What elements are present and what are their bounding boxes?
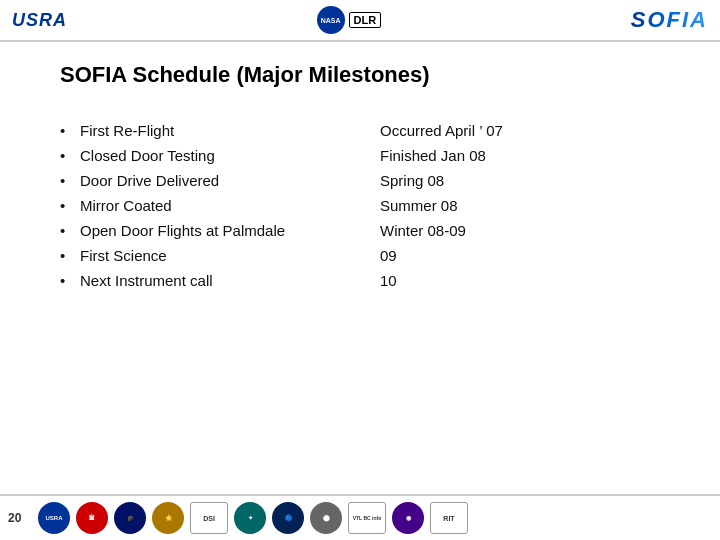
usra-logo: USRA — [12, 10, 67, 31]
milestone-date-4: Winter 08-09 — [380, 218, 660, 243]
milestone-label-1: Closed Door Testing — [80, 143, 380, 168]
footer-logo-8: ⬤ — [310, 502, 342, 534]
footer-logo-6: ✦ — [234, 502, 266, 534]
bullet-2: • — [60, 168, 80, 193]
milestone-row: • Open Door Flights at Palmdale Winter 0… — [60, 218, 660, 243]
footer: 20 USRA 🏛 🎓 ⭐ DSI ✦ 🔵 ⬤ VTL BC info ◉ RI… — [0, 494, 720, 540]
header-right-logos: SOFIA — [631, 7, 708, 33]
milestone-label-5: First Science — [80, 243, 380, 268]
footer-logo-4: ⭐ — [152, 502, 184, 534]
milestone-date-0: Occurred April ’ 07 — [380, 118, 660, 143]
nasa-logo: NASA — [317, 6, 345, 34]
milestone-row: • Mirror Coated Summer 08 — [60, 193, 660, 218]
footer-logo-3: 🎓 — [114, 502, 146, 534]
slide-title: SOFIA Schedule (Major Milestones) — [60, 62, 660, 88]
header: USRA NASA DLR SOFIA — [0, 0, 720, 42]
dlr-logo: DLR — [349, 12, 382, 28]
milestone-row: • First Re-Flight Occurred April ’ 07 — [60, 118, 660, 143]
bullet-3: • — [60, 193, 80, 218]
footer-logo-rit: RIT — [430, 502, 468, 534]
milestone-date-2: Spring 08 — [380, 168, 660, 193]
header-center-logos: NASA DLR — [317, 6, 382, 34]
milestone-row: • Closed Door Testing Finished Jan 08 — [60, 143, 660, 168]
footer-logo-vtlb: VTL BC info — [348, 502, 386, 534]
bullet-0: • — [60, 118, 80, 143]
milestone-row: • Next Instrument call 10 — [60, 268, 660, 293]
footer-logo-1: USRA — [38, 502, 70, 534]
milestone-label-3: Mirror Coated — [80, 193, 380, 218]
footer-logo-7: 🔵 — [272, 502, 304, 534]
milestone-label-4: Open Door Flights at Palmdale — [80, 218, 380, 243]
milestone-label-0: First Re-Flight — [80, 118, 380, 143]
footer-logo-2: 🏛 — [76, 502, 108, 534]
milestone-row: • Door Drive Delivered Spring 08 — [60, 168, 660, 193]
bullet-4: • — [60, 218, 80, 243]
milestone-date-5: 09 — [380, 243, 660, 268]
bullet-6: • — [60, 268, 80, 293]
milestone-date-1: Finished Jan 08 — [380, 143, 660, 168]
sofia-logo: SOFIA — [631, 7, 708, 33]
footer-logo-9: ◉ — [392, 502, 424, 534]
milestone-date-3: Summer 08 — [380, 193, 660, 218]
bullet-5: • — [60, 243, 80, 268]
milestone-label-6: Next Instrument call — [80, 268, 380, 293]
header-left-logos: USRA — [12, 10, 67, 31]
footer-logo-5: DSI — [190, 502, 228, 534]
milestones-table: • First Re-Flight Occurred April ’ 07 • … — [60, 118, 660, 293]
milestone-row: • First Science 09 — [60, 243, 660, 268]
page-number: 20 — [8, 511, 28, 525]
milestone-label-2: Door Drive Delivered — [80, 168, 380, 193]
main-content: SOFIA Schedule (Major Milestones) • Firs… — [0, 42, 720, 303]
bullet-1: • — [60, 143, 80, 168]
milestone-date-6: 10 — [380, 268, 660, 293]
